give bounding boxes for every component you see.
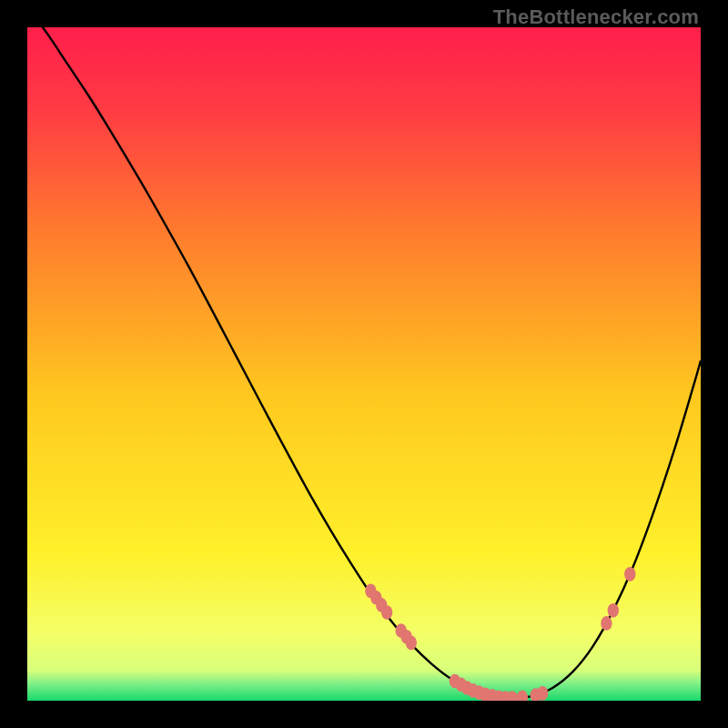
- curve-marker: [624, 567, 635, 581]
- watermark-text: TheBottlenecker.com: [493, 5, 699, 29]
- chart-frame: [27, 27, 701, 701]
- curve-marker: [601, 616, 612, 631]
- gradient-background: [27, 27, 701, 701]
- curve-marker: [537, 686, 548, 701]
- curve-marker: [381, 605, 392, 620]
- curve-marker: [406, 636, 417, 651]
- curve-marker: [608, 603, 619, 618]
- bottleneck-curve-chart: [27, 27, 701, 701]
